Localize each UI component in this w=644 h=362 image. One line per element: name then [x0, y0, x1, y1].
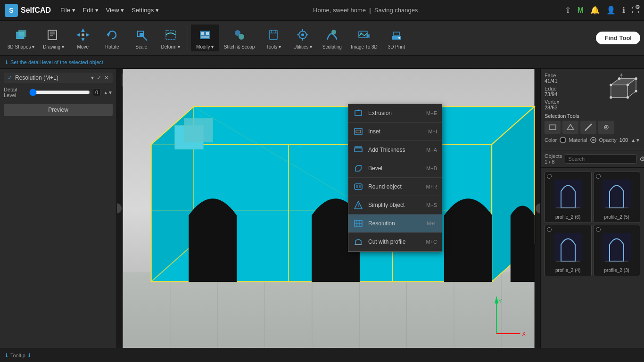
obj-thumb-2[interactable]: profile_2 (5) [594, 172, 641, 223]
sel-tool-vertex[interactable] [598, 121, 614, 134]
svg-line-14 [143, 37, 147, 41]
search-input[interactable] [565, 154, 636, 164]
user-icon[interactable]: 👤 [606, 6, 616, 15]
svg-rect-106 [603, 180, 631, 208]
material-label: Material [569, 137, 587, 143]
tool-move[interactable]: Move [69, 25, 97, 51]
right-panel: Face 41/41 Edge 73/94 Vertex 28/63 [540, 69, 644, 348]
color-row: Color Material Opacity 100 ▲▼ [545, 137, 640, 143]
tool-3d-shapes[interactable]: 3D Shapes ▾ [4, 25, 38, 51]
sel-tool-object[interactable] [545, 121, 561, 134]
menu-file[interactable]: File ▾ [60, 7, 75, 14]
tool-tools[interactable]: Tools ▾ [259, 25, 288, 51]
main-area: ✓ Resolution (M+L) ▾ ✓ ✕ Detail Level 0 … [0, 69, 644, 348]
panel-dropdown-arrow[interactable]: ▾ [91, 74, 94, 81]
svg-point-91 [610, 96, 612, 99]
dd-cut-with-profile[interactable]: Cut with profile M+C [348, 233, 442, 251]
tool-rotate[interactable]: Rotate [98, 25, 126, 51]
svg-marker-70 [356, 109, 360, 111]
tool-stitch-scoop[interactable]: Stitch & Scoop [220, 25, 259, 51]
color-swatch[interactable] [560, 137, 566, 143]
obj-radio-2 [596, 174, 601, 179]
cube-preview[interactable] [603, 73, 640, 106]
svg-line-100 [585, 124, 592, 131]
hint-icon: ℹ [6, 59, 8, 65]
tool-sculpting[interactable]: Sculpting [318, 25, 346, 51]
dd-bevel-shortcut: M+B [426, 165, 437, 171]
obj-thumb-1[interactable]: profile_2 (6) [545, 172, 592, 223]
hintbar: ℹ Set the detail level of the selected o… [0, 56, 644, 69]
tool-modify[interactable]: Modify ▾ [191, 25, 219, 51]
panel-title: Resolution (M+L) [15, 74, 88, 81]
tool-drawing[interactable]: Drawing ▾ [39, 25, 67, 51]
detail-value-arrows[interactable]: ▲▼ [103, 90, 113, 95]
menu-edit[interactable]: Edit ▾ [83, 7, 99, 14]
rp-top-section: Face 41/41 Edge 73/94 Vertex 28/63 [541, 69, 644, 150]
info-icon[interactable]: ℹ [622, 6, 625, 15]
obj-radio-4 [596, 227, 601, 232]
dd-round-object[interactable]: Round object M+R [348, 178, 442, 196]
tool-scale[interactable]: Scale [127, 25, 156, 51]
sculpting-label: Sculpting [322, 44, 342, 49]
objects-settings-icon[interactable]: ⚙ [639, 155, 644, 163]
notification-icon[interactable]: 🔔 [590, 6, 600, 15]
opacity-value: 100 [619, 137, 628, 143]
image-to-3d-icon [356, 26, 373, 43]
dd-resolution-label: Resolution [368, 220, 422, 227]
m-icon[interactable]: M [578, 6, 584, 15]
svg-marker-99 [567, 124, 574, 130]
svg-point-92 [627, 96, 629, 99]
tool-image-to-3d[interactable]: Image To 3D [347, 25, 381, 51]
3d-print-icon [388, 26, 405, 43]
svg-rect-69 [355, 111, 362, 115]
tool-utilities[interactable]: Utilities ▾ [289, 25, 317, 51]
dd-bevel[interactable]: Bevel M+B [348, 159, 442, 178]
dd-add-thickness[interactable]: Add Thickness M+A [348, 141, 442, 159]
dd-simplify-object[interactable]: Simplify object M+S [348, 196, 442, 214]
tool-3d-print[interactable]: 3D Print [382, 25, 411, 51]
panel-close-btn[interactable]: ✕ [104, 74, 109, 81]
scale-icon [133, 26, 150, 43]
svg-point-90 [627, 83, 629, 86]
dd-extrusion[interactable]: Extrusion M+E [348, 104, 442, 123]
sel-tool-face[interactable] [562, 121, 578, 134]
svg-point-32 [331, 30, 336, 34]
dd-resolution[interactable]: Resolution M+L [348, 214, 442, 233]
statusbar-info-btn[interactable]: ℹ [28, 352, 30, 358]
project-title: Home, sweet home [313, 7, 366, 14]
selection-tools-row [545, 121, 640, 134]
obj-thumb-3[interactable]: profile_2 (4) [545, 225, 592, 276]
share-icon[interactable]: ⇧ [565, 6, 571, 15]
menu-settings[interactable]: Settings ▾ [132, 7, 159, 14]
detail-slider[interactable] [29, 89, 90, 96]
dd-inset[interactable]: Inset M+I [348, 123, 442, 141]
material-icon[interactable] [590, 137, 596, 143]
hint-text: Set the detail level of the selected obj… [10, 59, 103, 65]
svg-point-10 [82, 33, 84, 36]
objects-row: Objects 1 / 8 ⚙ [541, 150, 644, 168]
viewport[interactable]: ‹ › ⌂ ⊡ [117, 69, 540, 348]
obj-thumb-4[interactable]: profile_2 (3) [594, 225, 641, 276]
vertex-value: 28/63 [545, 105, 601, 110]
3d-shapes-icon [13, 26, 30, 43]
stitch-scoop-label: Stitch & Scoop [224, 44, 255, 49]
menu-view[interactable]: View ▾ [106, 7, 124, 14]
svg-point-27 [301, 33, 304, 36]
modify-label: Modify ▾ [196, 44, 214, 49]
face-label: Face [545, 73, 601, 78]
deform-label: Deform ▾ [161, 44, 180, 49]
sel-tool-edge[interactable] [580, 121, 596, 134]
rotate-icon [104, 26, 121, 43]
svg-rect-18 [206, 32, 209, 35]
toolbar: 3D Shapes ▾ Drawing ▾ Move Rotate [0, 21, 644, 56]
find-tool-button[interactable]: Find Tool [596, 32, 640, 44]
rp-settings-icon[interactable]: ⚙ [635, 4, 640, 10]
panel-check-btn[interactable]: ✓ [97, 74, 101, 81]
sep-1 [188, 26, 188, 50]
tool-deform[interactable]: Deform ▾ [157, 25, 185, 51]
svg-rect-78 [359, 185, 361, 188]
opacity-stepper[interactable]: ▲▼ [631, 138, 640, 143]
preview-button[interactable]: Preview [4, 104, 113, 116]
svg-point-94 [635, 77, 637, 80]
svg-rect-38 [394, 32, 399, 36]
